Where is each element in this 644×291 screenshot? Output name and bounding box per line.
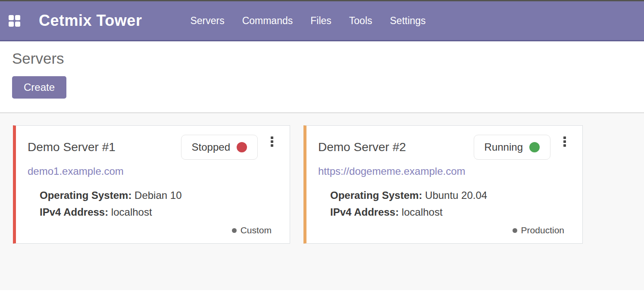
tag-label: Production (521, 225, 564, 235)
status-label: Stopped (192, 141, 230, 153)
main-nav: Servers Commands Files Tools Settings (190, 15, 425, 27)
status-dot-icon (237, 142, 247, 152)
server-name: Demo Server #1 (28, 140, 181, 154)
apps-grid-icon[interactable] (6, 12, 23, 29)
tag-label: Custom (241, 225, 272, 235)
kebab-dot (563, 140, 566, 143)
kebab-dot (271, 136, 273, 139)
control-panel: Servers Create (0, 41, 644, 113)
kebab-dot (271, 144, 273, 147)
field-label: IPv4 Address: (40, 206, 108, 218)
card-header-row: Demo Server #2 Running (318, 135, 582, 160)
card-header-row: Demo Server #1 Stopped (28, 135, 290, 160)
server-name: Demo Server #2 (318, 140, 474, 154)
servers-kanban-view: Demo Server #1 Stopped demo1.example.com… (0, 113, 644, 290)
nav-item-settings[interactable]: Settings (390, 15, 426, 27)
field-label: IPv4 Address: (330, 206, 399, 218)
tag-row: Custom (232, 225, 290, 235)
nav-item-servers[interactable]: Servers (190, 15, 224, 27)
field-label: Operating System: (40, 189, 131, 201)
field-row: Operating System: Debian 10 (40, 187, 290, 204)
server-url-link[interactable]: https://dogememe.example.com (318, 165, 466, 177)
server-status-button[interactable]: Running (474, 135, 550, 160)
top-navbar: Cetmix Tower Servers Commands Files Tool… (0, 0, 644, 41)
apps-grid-square (15, 22, 20, 27)
page-title: Servers (12, 50, 631, 67)
nav-item-tools[interactable]: Tools (349, 15, 372, 27)
kebab-menu-icon[interactable] (563, 136, 567, 148)
create-button[interactable]: Create (12, 76, 66, 99)
tag-dot-icon (513, 228, 517, 233)
server-status-button[interactable]: Stopped (181, 135, 258, 160)
status-dot-icon (529, 142, 540, 152)
apps-grid-square (9, 15, 14, 20)
field-value: localhost (111, 206, 152, 218)
tag-dot-icon (232, 228, 237, 233)
field-row: IPv4 Address: localhost (330, 204, 582, 220)
kebab-dot (563, 144, 566, 147)
nav-item-commands[interactable]: Commands (242, 15, 293, 27)
server-details: Operating System: Debian 10 IPv4 Address… (40, 187, 290, 220)
field-row: IPv4 Address: localhost (40, 204, 290, 220)
status-label: Running (485, 141, 523, 153)
field-value: Debian 10 (134, 189, 181, 201)
field-label: Operating System: (330, 189, 422, 201)
kebab-dot (563, 136, 566, 139)
brand-title[interactable]: Cetmix Tower (39, 12, 142, 30)
apps-grid-square (15, 15, 20, 20)
server-details: Operating System: Ubuntu 20.04 IPv4 Addr… (330, 187, 582, 220)
kebab-menu-icon[interactable] (270, 136, 274, 148)
tag-row: Production (513, 225, 582, 235)
field-value: Ubuntu 20.04 (425, 189, 487, 201)
server-card-demo-2[interactable]: Demo Server #2 Running https://dogememe.… (303, 125, 583, 244)
apps-grid-square (9, 22, 14, 27)
nav-item-files[interactable]: Files (310, 15, 331, 27)
server-card-demo-1[interactable]: Demo Server #1 Stopped demo1.example.com… (13, 125, 290, 244)
server-url-link[interactable]: demo1.example.com (28, 165, 124, 177)
field-row: Operating System: Ubuntu 20.04 (330, 187, 582, 204)
field-value: localhost (402, 206, 443, 218)
kebab-dot (271, 140, 273, 143)
